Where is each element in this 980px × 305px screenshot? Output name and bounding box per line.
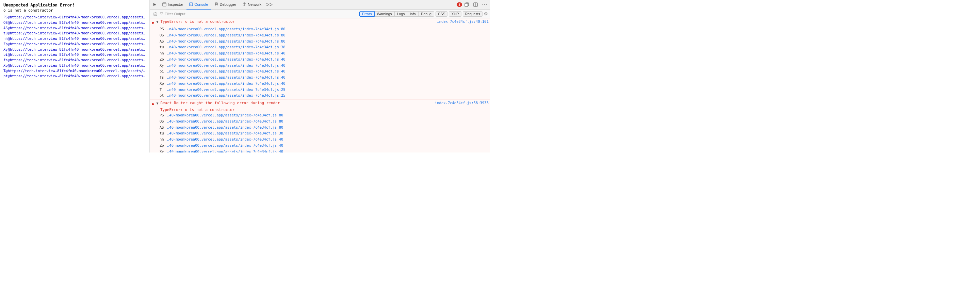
stack-line-0: PS@https://tech-interview-81fc4fn40-moon… (3, 14, 146, 20)
error-1-trace-6: Xy…n40-moonkorea00.vercel.app/assets/ind… (150, 62, 490, 69)
trace-url[interactable]: …n40-moonkorea00.vercel.app/assets/index… (167, 33, 488, 38)
trace-url[interactable]: …n40-moonkorea00.vercel.app/assets/index… (167, 81, 488, 86)
trace-url[interactable]: …n40-moonkorea00.vercel.app/assets/index… (167, 63, 488, 69)
trace-url[interactable]: …n40-moonkorea00.vercel.app/assets/index… (167, 75, 488, 80)
stack-line-10: T@https://tech-interview-81fc4fn40-moonk… (3, 69, 146, 74)
trace-url[interactable]: …40-moonkorea00.vercel.app/assets/index-… (167, 131, 488, 136)
trace-url[interactable]: …40-moonkorea00.vercel.app/assets/index-… (167, 125, 488, 130)
error-2-trace-2: AS…40-moonkorea00.vercel.app/assets/inde… (150, 125, 490, 131)
cursor-icon-btn[interactable] (151, 1, 159, 8)
stack-line-9: Xp@https://tech-interview-81fc4fn40-moon… (3, 63, 146, 69)
tab-inspector-label: Inspector (168, 2, 183, 6)
svg-rect-7 (465, 3, 468, 6)
trace-url[interactable]: …n40-moonkorea00.vercel.app/assets/index… (167, 51, 488, 56)
error-2-stack: PS…40-moonkorea00.vercel.app/assets/inde… (150, 112, 490, 152)
filter-input-area[interactable]: Filter Output (159, 12, 358, 16)
error-1-source[interactable]: index-7c4e34cf.js:40:161 (434, 19, 488, 24)
error-1-trace-4: nh…n40-moonkorea00.vercel.app/assets/ind… (150, 50, 490, 56)
trace-fn: Xy (159, 149, 167, 153)
crash-title: Unexpected Application Error! (3, 3, 146, 8)
filter-debug-btn[interactable]: Debug (418, 11, 434, 17)
tab-console[interactable]: > Console (186, 0, 211, 10)
error-1-trace-8: fs…n40-moonkorea00.vercel.app/assets/ind… (150, 75, 490, 81)
filter-requests-btn[interactable]: Requests (463, 11, 482, 17)
trace-fn: Xp (159, 81, 167, 86)
trace-fn: AS (159, 125, 167, 130)
trace-url[interactable]: …40-moonkorea00.vercel.app/assets/index-… (167, 113, 488, 118)
dock-icon (473, 2, 478, 7)
filter-info-btn[interactable]: Info (407, 11, 418, 17)
error-2-header[interactable]: ● ▼ React Router caught the following er… (150, 100, 490, 107)
filter-logs-btn[interactable]: Logs (395, 11, 408, 17)
trace-url[interactable]: …n40-moonkorea00.vercel.app/assets/index… (167, 87, 488, 93)
error-1-trace-10: T…n40-moonkorea00.vercel.app/assets/inde… (150, 87, 490, 93)
trace-url[interactable]: …40-moonkorea00.vercel.app/assets/index-… (167, 149, 488, 153)
more-tabs-button[interactable]: >> (265, 2, 274, 8)
filter-type-buttons: Errors Warnings Logs Info Debug (360, 11, 434, 17)
filter-errors-btn[interactable]: Errors (360, 11, 375, 17)
trace-fn: bi (159, 69, 167, 74)
stack-line-8: fs@https://tech-interview-81fc4fn40-moon… (3, 57, 146, 63)
trash-icon (153, 11, 158, 16)
trace-url[interactable]: …n40-moonkorea00.vercel.app/assets/index… (167, 39, 488, 44)
devtools-toolbar: Inspector > Console Debugger N (150, 0, 490, 10)
error-1-header[interactable]: ● ▼ TypeError: o is not a constructor in… (150, 18, 490, 26)
trace-url[interactable]: …n40-moonkorea00.vercel.app/assets/index… (167, 57, 488, 62)
tab-network[interactable]: Network (240, 0, 264, 10)
copy-window-icon (465, 2, 469, 7)
trace-url[interactable]: …n40-moonkorea00.vercel.app/assets/index… (167, 45, 488, 50)
error-1-trace-9: Xp…n40-moonkorea00.vercel.app/assets/ind… (150, 81, 490, 87)
overflow-menu-btn[interactable]: ⋯ (480, 2, 488, 8)
error-2-trace-4: nh…40-moonkorea00.vercel.app/assets/inde… (150, 136, 490, 143)
stack-line-7: bi@https://tech-interview-81fc4fn40-moon… (3, 52, 146, 57)
error-2-source[interactable]: index-7c4e34cf.js:58:3933 (435, 101, 488, 105)
trace-fn: OS (159, 119, 167, 124)
trace-fn: pt (159, 93, 167, 98)
tab-network-label: Network (248, 2, 261, 6)
error-1-trace-11: pt…n40-moonkorea00.vercel.app/assets/ind… (150, 93, 490, 99)
error-1-trace-0: PS…n40-moonkorea00.vercel.app/assets/ind… (150, 26, 490, 32)
error-2-dot: ● (151, 101, 154, 107)
error-2-trace-6: Xy…40-moonkorea00.vercel.app/assets/inde… (150, 149, 490, 153)
trace-url[interactable]: …40-moonkorea00.vercel.app/assets/index-… (167, 143, 488, 149)
dock-btn[interactable] (472, 1, 479, 8)
console-content: ● ▼ TypeError: o is not a constructor in… (150, 18, 490, 152)
tab-inspector[interactable]: Inspector (159, 0, 186, 10)
filter-warnings-btn[interactable]: Warnings (374, 11, 395, 17)
tab-debugger-label: Debugger (220, 2, 236, 6)
trace-fn: nh (159, 51, 167, 56)
trace-fn: AS (159, 39, 167, 44)
tab-debugger[interactable]: Debugger (212, 0, 239, 10)
error-1-trace-2: AS…n40-moonkorea00.vercel.app/assets/ind… (150, 38, 490, 45)
trace-url[interactable]: …40-moonkorea00.vercel.app/assets/index-… (167, 137, 488, 142)
inspector-icon (162, 2, 166, 6)
filter-css-btn[interactable]: CSS (436, 11, 448, 17)
filter-funnel-icon (159, 12, 163, 16)
stack-line-6: Xy@https://tech-interview-81fc4fn40-moon… (3, 47, 146, 53)
error-1-dot: ● (151, 20, 154, 25)
error-2-arrow: ▼ (156, 101, 159, 105)
error-2-trace-3: tu…40-moonkorea00.vercel.app/assets/inde… (150, 130, 490, 136)
svg-text:>: > (190, 3, 191, 6)
error-1-arrow: ▼ (156, 20, 159, 24)
copy-window-btn[interactable] (463, 1, 470, 8)
trace-url[interactable]: …n40-moonkorea00.vercel.app/assets/index… (167, 93, 488, 98)
debugger-icon (215, 2, 218, 6)
trace-url[interactable]: …n40-moonkorea00.vercel.app/assets/index… (167, 27, 488, 32)
trace-url[interactable]: …40-moonkorea00.vercel.app/assets/index-… (167, 119, 488, 124)
filter-xhr-btn[interactable]: XHR (449, 11, 461, 17)
filter-bar: Filter Output Errors Warnings Logs Info … (150, 10, 490, 18)
svg-rect-0 (163, 3, 166, 6)
error-2-trace-1: OS…40-moonkorea00.vercel.app/assets/inde… (150, 118, 490, 125)
error-entry-1: ● ▼ TypeError: o is not a constructor in… (150, 18, 490, 100)
console-settings-btn[interactable]: ⚙ (484, 11, 488, 16)
stack-line-4: nh@https://tech-interview-81fc4fn40-moon… (3, 36, 146, 42)
error-1-message: TypeError: o is not a constructor (160, 19, 434, 24)
crash-stack: PS@https://tech-interview-81fc4fn40-moon… (3, 14, 146, 79)
trace-url[interactable]: …n40-moonkorea00.vercel.app/assets/index… (167, 69, 488, 74)
crash-subtitle: o is not a constructor (3, 8, 146, 13)
window-controls: ⋯ (463, 1, 488, 8)
trash-btn[interactable] (152, 11, 158, 17)
error-2-submessage: TypeError: o is not a constructor (150, 107, 490, 112)
error-1-stack: PS…n40-moonkorea00.vercel.app/assets/ind… (150, 26, 490, 99)
